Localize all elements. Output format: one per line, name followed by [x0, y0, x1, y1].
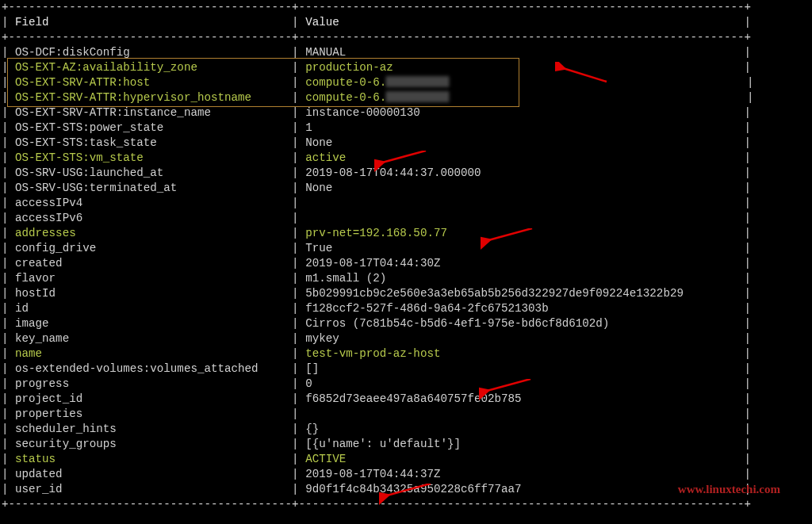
table-cell-field: user_id	[15, 483, 285, 495]
table-cell-field: OS-SRV-USG:terminated_at	[15, 182, 285, 194]
table-cell-field: flavor	[15, 272, 285, 285]
table-cell-field: status	[15, 453, 285, 465]
table-cell-value: f6852d73eaee497a8a640757fe02b785	[305, 392, 737, 405]
table-cell-value: ACTIVE	[305, 453, 737, 465]
table-cell-value: None	[305, 182, 737, 194]
table-cell-value: []	[305, 362, 737, 375]
table-cell-value: 2019-08-17T04:44:37.000000	[305, 166, 737, 179]
table-cell-value: None	[305, 136, 737, 149]
table-cell-value: instance-00000130	[305, 106, 737, 119]
table-cell-value: 1	[305, 121, 737, 134]
table-cell-field: progress	[15, 377, 285, 390]
table-cell-value	[305, 212, 737, 224]
table-cell-field: OS-SRV-USG:launched_at	[15, 166, 285, 179]
table-cell-field: OS-EXT-SRV-ATTR:host	[15, 76, 285, 89]
column-header-field: Field	[15, 16, 285, 29]
table-cell-field: accessIPv4	[15, 197, 285, 209]
table-cell-value: 2019-08-17T04:44:30Z	[305, 257, 737, 270]
table-cell-value	[305, 407, 737, 420]
table-cell-field: name	[15, 347, 285, 360]
table-cell-field: security_groups	[15, 438, 285, 450]
table-cell-value: [{u'name': u'default'}]	[305, 438, 737, 450]
table-cell-value: compute-0-6.	[305, 76, 386, 89]
table-cell-value: m1.small (2)	[305, 272, 737, 285]
table-cell-value: 2019-08-17T04:44:37Z	[305, 468, 737, 480]
terminal-output: +---------------------------------------…	[0, 0, 812, 512]
table-cell-field: OS-EXT-SRV-ATTR:instance_name	[15, 106, 285, 119]
table-cell-field: OS-EXT-STS:vm_state	[15, 151, 285, 164]
table-cell-value: True	[305, 242, 737, 254]
table-cell-field: OS-EXT-SRV-ATTR:hypervisor_hostname	[15, 91, 285, 104]
table-cell-field: hostId	[15, 287, 285, 300]
table-cell-field: OS-EXT-STS:task_state	[15, 136, 285, 149]
table-cell-field: project_id	[15, 392, 285, 405]
table-cell-value: compute-0-6.	[305, 91, 386, 104]
table-cell-field: updated	[15, 468, 285, 480]
watermark: www.linuxtechi.com	[678, 482, 780, 497]
table-cell-value: Cirros (7c81b54c-b5d6-4ef1-975e-bd6cf8d6…	[305, 317, 737, 330]
table-cell-field: OS-EXT-AZ:availability_zone	[15, 61, 285, 74]
table-cell-value: mykey	[305, 332, 737, 345]
table-cell-field: OS-DCF:diskConfig	[15, 46, 285, 59]
table-cell-field: config_drive	[15, 242, 285, 254]
table-cell-field: id	[15, 302, 285, 315]
table-cell-field: accessIPv6	[15, 212, 285, 224]
table-cell-value: prv-net=192.168.50.77	[305, 227, 737, 239]
table-cell-field: addresses	[15, 227, 285, 239]
table-cell-field: OS-EXT-STS:power_state	[15, 121, 285, 134]
table-cell-value: MANUAL	[305, 46, 737, 59]
table-cell-value: test-vm-prod-az-host	[305, 347, 737, 360]
table-cell-value: 5b029991cb9c2e560e3a3eb65ab5b256d322927d…	[305, 287, 737, 300]
table-cell-field: os-extended-volumes:volumes_attached	[15, 362, 285, 375]
table-cell-value: 9d0f1f4c84b34325a950228c6ff77aa7	[305, 483, 737, 495]
table-cell-value	[305, 197, 737, 209]
table-cell-field: scheduler_hints	[15, 423, 285, 435]
table-cell-value: {}	[305, 423, 737, 435]
table-cell-value: active	[305, 151, 737, 164]
table-cell-field: image	[15, 317, 285, 330]
table-cell-value: f128ccf2-527f-486d-9a64-2fc67521303b	[305, 302, 737, 315]
column-header-value: Value	[305, 16, 737, 29]
table-cell-value: production-az	[305, 61, 737, 74]
table-cell-field: created	[15, 257, 285, 270]
table-cell-value: 0	[305, 377, 737, 390]
table-cell-field: properties	[15, 407, 285, 420]
table-cell-field: key_name	[15, 332, 285, 345]
